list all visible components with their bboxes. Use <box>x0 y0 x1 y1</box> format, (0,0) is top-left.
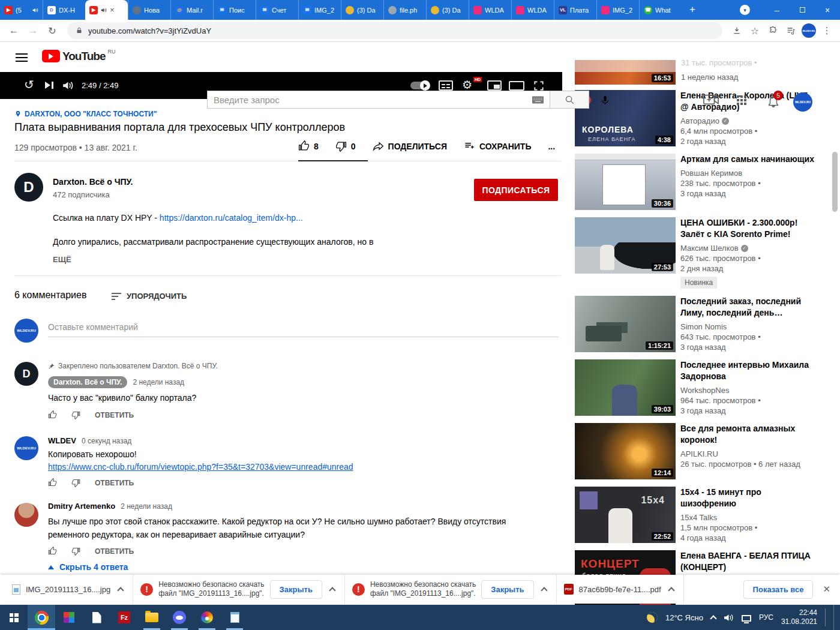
share-button[interactable]: ПОДЕЛИТЬСЯ <box>373 140 447 152</box>
video-thumbnail[interactable]: 12:14 <box>575 423 676 479</box>
browser-tab-pink-app[interactable]: WLDA <box>511 0 554 20</box>
recommended-video[interactable]: 12:14 Все для ремонта алмазных коронок! … <box>575 423 816 479</box>
channel-name[interactable]: Максим Шелков <box>680 243 739 253</box>
browser-tab-whatsapp[interactable]: ☎ What <box>639 0 682 20</box>
browser-tab-email[interactable]: ✉ Счет <box>256 0 298 20</box>
channel-name[interactable]: WorkshopNes <box>680 385 729 395</box>
video-title[interactable]: Последнее интервью Михаила Задорнова <box>680 359 816 382</box>
back-button[interactable]: ← <box>6 23 22 38</box>
browser-tab-mailru[interactable]: @ Mail.r <box>170 0 213 20</box>
my-avatar[interactable]: WLDEV.RU <box>14 319 38 343</box>
taskbar-start[interactable] <box>0 605 28 630</box>
video-thumbnail[interactable]: 1:15:21 <box>575 296 676 352</box>
volume-icon[interactable] <box>62 80 74 91</box>
browser-tab-pink-app[interactable]: IMG_2 <box>596 0 639 20</box>
comment-like-icon[interactable] <box>48 478 57 487</box>
account-avatar[interactable]: WLDEV.RU <box>793 92 812 112</box>
settings-gear-icon[interactable] <box>462 78 472 92</box>
channel-name[interactable]: Simon Nomis <box>680 322 727 332</box>
extensions-puzzle-icon[interactable] <box>766 23 780 38</box>
extension-list-icon[interactable] <box>784 23 798 38</box>
comment-dislike-icon[interactable] <box>71 547 80 556</box>
video-thumbnail[interactable]: 15x4 22:52 <box>575 487 676 543</box>
download-item[interactable]: PDF 87ac6b9b-fe7e-11....pdf <box>557 575 684 604</box>
page-scrollbar-thumb[interactable] <box>832 152 838 212</box>
like-button[interactable]: 8 <box>298 140 319 152</box>
comment-avatar[interactable]: D <box>14 362 38 386</box>
menu-hamburger-icon[interactable] <box>16 53 28 62</box>
taskbar-paint[interactable] <box>193 605 221 630</box>
subscribe-button[interactable]: ПОДПИСАТЬСЯ <box>474 179 558 201</box>
download-item[interactable]: IMG_20191113_16....jpg <box>5 575 133 604</box>
browser-tab-vl-app[interactable]: VL Плата <box>554 0 596 20</box>
browser-tab-email[interactable]: ✉ Поис <box>213 0 256 20</box>
hidden-icons-chevron[interactable] <box>710 615 716 622</box>
hide-replies-button[interactable]: Скрыть 4 ответа <box>48 562 128 572</box>
tab-search-button[interactable]: ▾ <box>740 5 750 15</box>
search-button[interactable] <box>550 91 589 109</box>
close-downloads-bar-icon[interactable]: ✕ <box>823 584 830 595</box>
taskbar-tiles[interactable] <box>55 605 83 630</box>
window-close-button[interactable]: × <box>815 0 840 20</box>
theater-mode-icon[interactable] <box>509 81 524 91</box>
video-thumbnail[interactable]: КОРОЛЕВА ЕЛЕНА ВАЕНГА 4:38 <box>575 90 676 146</box>
reply-button[interactable]: ОТВЕТИТЬ <box>95 411 134 419</box>
taskbar-notepad[interactable] <box>221 605 248 630</box>
browser-tab-pink-app[interactable]: WLDA <box>469 0 511 20</box>
taskbar-filezilla[interactable] <box>110 605 138 630</box>
subtitles-icon[interactable] <box>439 80 453 91</box>
autoplay-toggle[interactable] <box>410 82 430 89</box>
address-bar[interactable]: youtube.com/watch?v=3jtYiZvdUaY <box>67 22 722 39</box>
video-thumbnail[interactable]: 27:53 <box>575 217 676 274</box>
recommended-video[interactable]: 39:03 Последнее интервью Михаила Задорно… <box>575 359 816 416</box>
save-button[interactable]: СОХРАНИТЬ <box>464 140 531 152</box>
fullscreen-icon[interactable] <box>533 80 545 92</box>
tab-audio-icon[interactable] <box>101 7 107 13</box>
comment-input[interactable]: Оставьте комментарий <box>48 322 138 332</box>
video-title[interactable]: Все для ремонта алмазных коронок! <box>680 423 816 446</box>
download-page-icon[interactable] <box>730 23 744 38</box>
chevron-up-icon[interactable] <box>541 587 547 593</box>
replay-icon[interactable] <box>24 77 34 92</box>
keyboard-icon[interactable] <box>532 96 544 104</box>
video-title[interactable]: ЦЕНА ОШИБКИ - 2.300.000р! Залёт с KIA So… <box>680 217 816 240</box>
tab-audio-icon[interactable] <box>32 7 38 13</box>
recommended-video[interactable]: 30:36 Арткам для самых начинающих Ровшан… <box>575 154 816 210</box>
download-warning[interactable]: ! Невозможно безопасно скачать файл "IMG… <box>345 575 557 604</box>
comment-link[interactable]: https://www.cnc-club.ru/forum/viewtopic.… <box>48 462 353 472</box>
comment-dislike-icon[interactable] <box>71 410 80 419</box>
browser-tab-youtube[interactable]: ▶ (5 <box>0 0 43 20</box>
comment-dislike-icon[interactable] <box>71 478 80 487</box>
chevron-up-icon[interactable] <box>668 587 674 593</box>
taskbar-chrome[interactable] <box>28 605 55 630</box>
browser-tab-youtube[interactable]: ▶ × <box>85 0 128 20</box>
video-title[interactable]: Елена ВАЕНГА - БЕЛАЯ ПТИЦА (КОНЦЕРТ) <box>680 550 816 573</box>
browser-profile-avatar[interactable]: WLDEV.RU <box>802 23 816 38</box>
comment-avatar[interactable] <box>14 503 38 527</box>
create-video-icon[interactable] <box>703 94 719 105</box>
channel-name[interactable]: 15x4 Talks <box>680 512 717 523</box>
browser-tab-file[interactable]: file.ph <box>383 0 426 20</box>
sidebar-video-thumbnail-partial[interactable]: 16:53 <box>575 60 676 85</box>
network-icon[interactable] <box>742 615 751 622</box>
video-thumbnail[interactable]: 39:03 <box>575 359 676 416</box>
dislike-button[interactable]: 0 <box>335 140 356 152</box>
video-location-link[interactable]: DARXTON, ООО "КЛАСС ТОЧНОСТИ" <box>14 110 157 118</box>
miniplayer-icon[interactable] <box>487 80 502 91</box>
browser-tab-coin[interactable]: (3) Da <box>341 0 383 20</box>
video-title[interactable]: 15x4 - 15 минут про шизофрению <box>680 487 816 509</box>
language-indicator[interactable]: РУС <box>759 613 773 622</box>
chevron-up-icon[interactable] <box>329 587 335 593</box>
video-title[interactable]: Арткам для самых начинающих <box>680 154 816 165</box>
comment-author[interactable]: Dmitry Artemenko <box>48 502 115 511</box>
close-warning-button[interactable]: Закрыть <box>270 580 322 599</box>
reply-button[interactable]: ОТВЕТИТЬ <box>95 479 134 487</box>
search-input[interactable]: Введите запрос <box>207 91 550 109</box>
youtube-logo[interactable]: YouTube RU <box>42 50 115 62</box>
weather-widget[interactable]: 12°C Ясно <box>665 613 703 622</box>
clock[interactable]: 22:44 31.08.2021 <box>781 608 817 626</box>
recommended-video[interactable]: 15x4 22:52 15x4 - 15 минут про шизофрени… <box>575 487 816 543</box>
reply-button[interactable]: ОТВЕТИТЬ <box>95 547 134 556</box>
channel-name[interactable]: Авторадио <box>680 116 719 126</box>
voice-search-icon[interactable] <box>600 94 610 107</box>
